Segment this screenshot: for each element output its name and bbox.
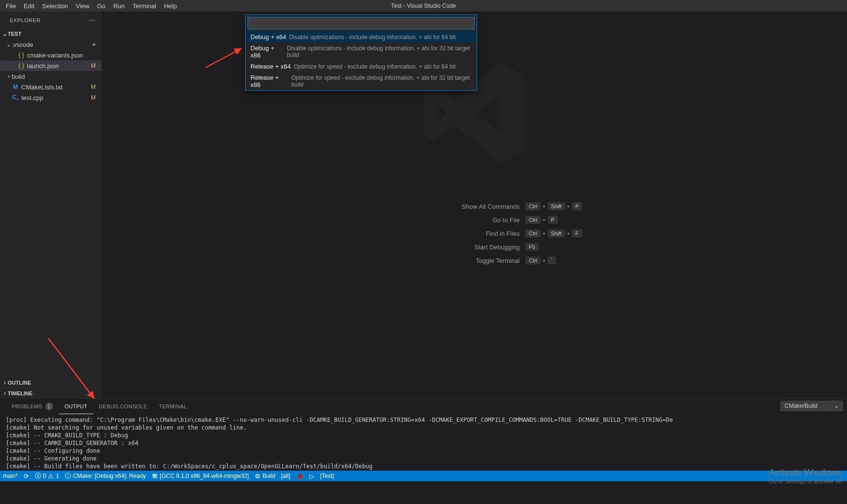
quickpick-item-release-x86[interactable]: Release + x86 Optimize for speed - exclu… — [246, 72, 477, 90]
folder-label: .vscode — [12, 41, 92, 48]
item-primary: Release + x64 — [250, 63, 291, 70]
outline-label: OUTLINE — [8, 380, 31, 386]
quickpick-item-debug-x86[interactable]: Debug + x86 Disable optimizations - incl… — [246, 43, 477, 61]
status-build[interactable]: ⚙ Build — [252, 471, 278, 481]
menu-help[interactable]: Help — [160, 0, 181, 12]
quickpick-input[interactable] — [248, 17, 475, 29]
kit-label: [GCC 8.1.0 x86_64-w64-mingw32] — [160, 473, 249, 479]
tab-debug-console[interactable]: DEBUG CONSOLE — [93, 399, 153, 414]
folder-vscode[interactable]: ⌄ .vscode • — [0, 39, 102, 50]
status-sync[interactable]: ⟳ — [21, 471, 32, 481]
item-primary: Debug + x86 — [250, 44, 284, 59]
info-icon: ⓘ — [65, 472, 71, 480]
modified-badge: M — [91, 94, 102, 101]
file-tree: ⌄ .vscode • { } cmake-variants.json { } … — [0, 39, 102, 377]
folder-build[interactable]: › build — [0, 71, 102, 82]
tab-label: PROBLEMS — [12, 403, 43, 409]
status-kit[interactable]: 🛠 [GCC 8.1.0 x86_64-w64-mingw32] — [149, 471, 252, 481]
file-label: cmake-variants.json — [27, 52, 102, 59]
modified-badge: M — [91, 62, 102, 69]
welcome-shortcuts: Show All Commands Ctrl+Shift+P Go to Fil… — [102, 202, 847, 264]
file-label: launch.json — [27, 62, 91, 70]
explorer-label: EXPLORER — [10, 17, 41, 23]
output-channel-select[interactable]: CMake/Build ⌄ — [780, 401, 843, 411]
panel-tabs: PROBLEMS 1 OUTPUT DEBUG CONSOLE TERMINAL… — [0, 399, 847, 414]
annotation-arrow-icon — [203, 46, 247, 70]
warning-icon: ⚠ — [48, 473, 54, 480]
shortcut-label: Go to File — [336, 216, 520, 224]
file-cmake-variants[interactable]: { } cmake-variants.json — [0, 50, 102, 60]
shortcut-find-files: Find in Files Ctrl+Shift+F — [336, 230, 613, 237]
status-build-target[interactable]: [all] — [278, 471, 293, 481]
timeline-label: TIMELINE — [8, 390, 32, 396]
key: Ctrl — [526, 230, 540, 237]
shortcut-label: Find in Files — [336, 230, 520, 237]
project-section[interactable]: ⌄ TEST — [0, 29, 102, 39]
key: Ctrl — [526, 202, 540, 210]
status-run-target[interactable]: [Test] — [317, 471, 337, 481]
build-label: Build — [263, 473, 276, 479]
quickpick-item-release-x64[interactable]: Release + x64 Optimize for speed - exclu… — [246, 61, 477, 72]
status-cmake-variant[interactable]: ⓘ CMake: [Debug x64]: Ready — [62, 471, 149, 481]
explorer-header: EXPLORER ⋯ — [0, 12, 102, 29]
file-test-cpp[interactable]: C+ test.cpp M — [0, 92, 102, 103]
branch-label: main* — [3, 473, 18, 479]
shortcut-debug: Start Debugging F5 — [336, 243, 613, 251]
chevron-right-icon: › — [6, 73, 12, 80]
wrench-icon: 🛠 — [152, 473, 158, 480]
key: ` — [548, 257, 556, 264]
json-icon: { } — [17, 52, 25, 58]
key: Ctrl — [526, 216, 540, 224]
project-name: TEST — [8, 31, 21, 37]
bug-icon: 🐞 — [296, 473, 304, 480]
chevron-right-icon: › — [2, 379, 8, 386]
error-icon: ⓧ — [35, 472, 41, 480]
key: Shift — [548, 202, 565, 210]
status-run[interactable]: ▷ — [307, 471, 317, 481]
key: F5 — [526, 243, 539, 251]
file-cmakelists[interactable]: M CMakeLists.txt M — [0, 82, 102, 92]
channel-label: CMake/Build — [785, 403, 818, 409]
tab-terminal[interactable]: TERMINAL — [153, 399, 192, 414]
key: F — [572, 230, 582, 237]
item-desc: Optimize for speed - exclude debug infor… — [293, 63, 455, 70]
window-title: Test - Visual Studio Code — [391, 2, 456, 9]
status-debug[interactable]: 🐞 — [293, 471, 307, 481]
gear-icon: ⚙ — [255, 473, 261, 480]
file-label: CMakeLists.txt — [21, 84, 91, 91]
activate-heading: Activate Windows — [769, 467, 842, 478]
menu-view[interactable]: View — [72, 0, 93, 12]
chevron-down-icon: ⌄ — [834, 403, 839, 409]
chevron-down-icon: ⌄ — [6, 41, 12, 48]
output-body[interactable]: [proc] Executing command: "C:\Program Fi… — [0, 414, 847, 471]
menu-run[interactable]: Run — [109, 0, 129, 12]
status-errors[interactable]: ⓧ0 ⚠1 — [32, 471, 62, 481]
key: Shift — [548, 230, 565, 237]
chevron-down-icon: ⌄ — [2, 30, 8, 37]
shortcut-go-to-file: Go to File Ctrl+P — [336, 216, 613, 224]
explorer-more-icon[interactable]: ⋯ — [88, 16, 96, 24]
file-label: test.cpp — [21, 94, 91, 101]
annotation-arrow-icon — [44, 336, 102, 403]
modified-dot-icon: • — [92, 42, 102, 47]
shortcut-label: Show All Commands — [336, 203, 520, 210]
quickpick-item-debug-x64[interactable]: Debug + x64 Disable optimizations - incl… — [246, 31, 477, 43]
svg-line-1 — [48, 338, 94, 399]
item-desc: Disable optimizations - include debug in… — [287, 45, 472, 58]
menu-go[interactable]: Go — [93, 0, 109, 12]
menu-edit[interactable]: Edit — [20, 0, 38, 12]
shortcut-label: Start Debugging — [336, 244, 520, 251]
warning-count: 1 — [56, 473, 59, 479]
file-launch-json[interactable]: { } launch.json M — [0, 60, 102, 71]
cmake-label: CMake: [Debug x64]: Ready — [73, 473, 146, 479]
shortcut-terminal: Toggle Terminal Ctrl+` — [336, 257, 613, 264]
menu-file[interactable]: File — [2, 0, 20, 12]
menu-terminal[interactable]: Terminal — [129, 0, 160, 12]
item-primary: Debug + x64 — [250, 33, 286, 41]
status-branch[interactable]: main* — [0, 471, 21, 481]
shortcut-show-commands: Show All Commands Ctrl+Shift+P — [336, 202, 613, 210]
key: P — [572, 202, 582, 210]
statusbar: main* ⟳ ⓧ0 ⚠1 ⓘ CMake: [Debug x64]: Read… — [0, 471, 847, 481]
menu-selection[interactable]: Selection — [38, 0, 72, 12]
chevron-right-icon: › — [2, 390, 8, 397]
